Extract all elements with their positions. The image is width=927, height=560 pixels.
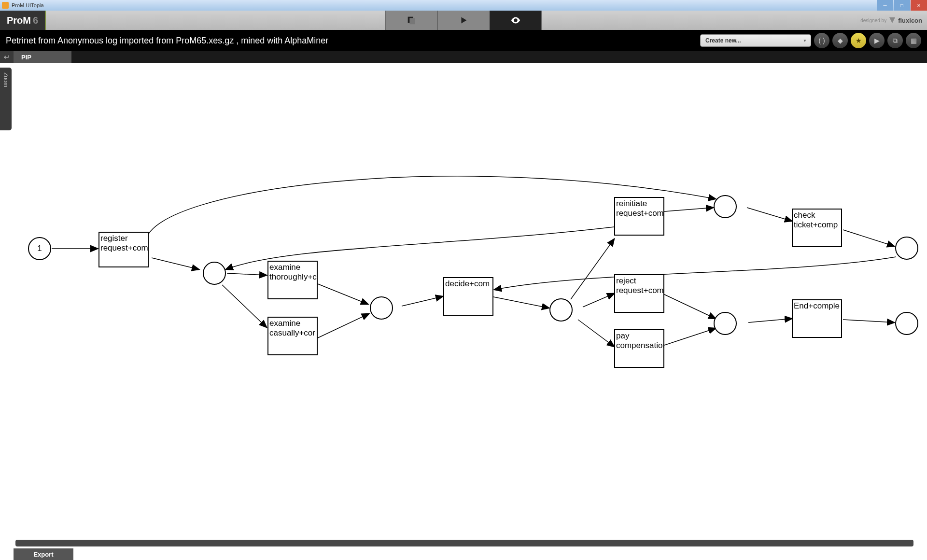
designed-by-label: designed by	[860, 18, 886, 23]
transition-register[interactable]: register request+com	[98, 232, 149, 267]
horizontal-scrollbar[interactable]	[15, 540, 913, 546]
export-label: Export	[33, 551, 53, 558]
place-p3[interactable]	[370, 296, 393, 320]
app-icon	[2, 2, 9, 9]
copy-button[interactable]: ⧉	[887, 33, 903, 48]
transition-examine-thoroughly[interactable]: examine thoroughly+c	[267, 261, 318, 299]
logo-name: ProM	[7, 15, 31, 26]
transition-end[interactable]: End+comple	[792, 299, 842, 338]
create-new-dropdown[interactable]: Create new...	[700, 34, 811, 47]
copy-icon: ⧉	[893, 37, 898, 45]
fluxicon-logo-icon	[888, 16, 896, 24]
main-header: ProM 6 designed by fluxicon	[0, 11, 927, 30]
transition-decide-label: decide+com	[445, 279, 490, 289]
place-end[interactable]	[895, 312, 918, 335]
transition-end-label: End+comple	[794, 301, 840, 311]
grid-button[interactable]: ▦	[906, 33, 921, 48]
export-button[interactable]: Export	[14, 548, 73, 560]
transition-check-ticket-label: check ticket+comp	[794, 210, 840, 230]
create-new-label: Create new...	[705, 37, 741, 44]
play-button[interactable]: ▶	[869, 33, 885, 48]
petrinet-canvas[interactable]: 1 register request+com examine thoroughl…	[15, 68, 913, 536]
refresh-button[interactable]: ( )	[814, 33, 829, 48]
transition-reinitiate-label: reinitiate request+com	[616, 199, 664, 219]
transition-examine-casually[interactable]: examine casually+cor	[267, 317, 318, 355]
refresh-icon: ( )	[818, 37, 825, 44]
fluxicon-credit: designed by fluxicon	[860, 16, 922, 24]
place-p4[interactable]	[549, 298, 573, 322]
zoom-label: Zoom	[2, 72, 9, 87]
transition-pay[interactable]: pay compensation	[614, 329, 664, 368]
favorite-button[interactable]: ★	[851, 33, 866, 48]
transition-reinitiate[interactable]: reinitiate request+com	[614, 197, 664, 236]
back-arrow-icon: ↩	[4, 53, 10, 61]
logo: ProM 6	[0, 11, 46, 30]
ink-button[interactable]: ◆	[832, 33, 848, 48]
mode-tab-workspace[interactable]	[385, 11, 437, 30]
logo-version: 6	[33, 15, 38, 26]
fluxicon-brand: fluxicon	[898, 17, 922, 24]
svg-rect-1	[409, 18, 415, 24]
window-controls: ─ □ ✕	[877, 0, 927, 11]
svg-point-3	[515, 19, 517, 21]
zoom-handle[interactable]: Zoom	[0, 68, 12, 130]
mode-tabs	[385, 11, 542, 30]
sub-header: Petrinet from Anonymous log imported fro…	[0, 30, 927, 51]
close-button[interactable]: ✕	[911, 0, 927, 11]
back-button[interactable]: ↩	[0, 51, 14, 63]
transition-examine-thoroughly-label: examine thoroughly+c	[269, 263, 317, 282]
play-icon: ▶	[874, 37, 880, 44]
place-start-token: 1	[37, 244, 42, 253]
place-p5[interactable]	[714, 312, 737, 335]
place-sink1[interactable]	[895, 237, 918, 260]
eye-icon	[510, 15, 521, 26]
tab-pip-label: PIP	[21, 54, 31, 61]
transition-decide[interactable]: decide+com	[443, 277, 493, 316]
window-title: ProM UITopia	[12, 2, 44, 8]
window-titlebar: ProM UITopia ─ □ ✕	[0, 0, 927, 11]
mode-tab-view[interactable]	[490, 11, 542, 30]
transition-reject-label: reject request+com	[616, 276, 664, 296]
transition-register-label: register request+com	[100, 234, 148, 253]
grid-icon: ▦	[911, 37, 917, 44]
transition-pay-label: pay compensation	[616, 331, 664, 351]
play-icon	[458, 15, 469, 26]
workspace: Zoom	[0, 63, 927, 560]
star-icon: ★	[856, 37, 862, 44]
maximize-button[interactable]: □	[894, 0, 910, 11]
place-upper[interactable]	[714, 195, 737, 218]
transition-examine-casually-label: examine casually+cor	[269, 319, 316, 338]
page-title: Petrinet from Anonymous log imported fro…	[6, 36, 328, 46]
place-p2[interactable]	[203, 262, 226, 285]
drop-icon: ◆	[838, 37, 843, 44]
stack-icon	[406, 15, 417, 26]
svg-marker-2	[461, 17, 466, 24]
transition-reject[interactable]: reject request+com	[614, 274, 664, 313]
tab-pip[interactable]: PIP	[14, 51, 71, 63]
mode-tab-action[interactable]	[437, 11, 490, 30]
minimize-button[interactable]: ─	[877, 0, 893, 11]
place-start[interactable]: 1	[28, 237, 51, 260]
tab-strip: ↩ PIP	[0, 51, 927, 63]
svg-marker-4	[889, 17, 895, 23]
transition-check-ticket[interactable]: check ticket+comp	[792, 209, 842, 247]
toolbar: Create new... ( ) ◆ ★ ▶ ⧉ ▦	[700, 33, 921, 48]
